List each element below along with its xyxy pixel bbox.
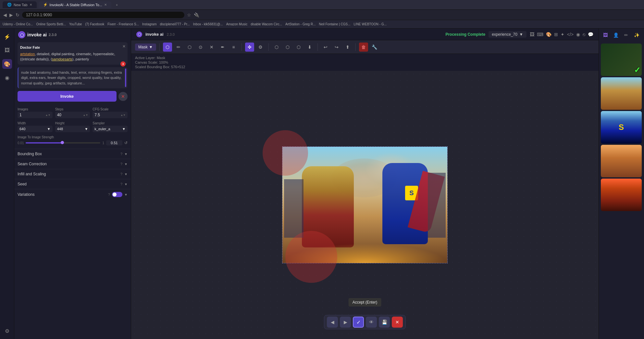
bookmark-facebook[interactable]: (7) Facebook xyxy=(85,22,104,26)
top-github-icon[interactable]: ⎋ xyxy=(583,32,585,37)
top-grid-icon[interactable]: ⊞ xyxy=(554,32,558,37)
images-input[interactable]: 1 ▲▼ xyxy=(18,112,53,118)
new-tab[interactable]: 🌐 New Tab ✕ xyxy=(3,1,37,8)
top-keyboard-icon[interactable]: ⌨ xyxy=(537,32,543,37)
right-person-icon[interactable]: 👤 xyxy=(611,31,620,40)
connect-toolbar-btn[interactable]: ⬡ xyxy=(163,43,172,52)
seam-help-icon[interactable]: ? xyxy=(120,162,122,166)
variations-help-icon[interactable]: ? xyxy=(108,193,110,196)
cancel-action-btn[interactable]: ✕ xyxy=(392,317,403,328)
top-chat-icon[interactable]: 💬 xyxy=(588,32,593,37)
bookmark-amazon[interactable]: Amazon Music xyxy=(226,22,248,26)
invoke-tab[interactable]: ⚡ InvokeAI - A Stable Diffusion To... ✕ xyxy=(39,1,111,8)
canvas-viewport[interactable]: S Accept (Enter) ◀ ▶ ✓ 👁 xyxy=(131,71,599,339)
move-toolbar-btn[interactable]: ✜ xyxy=(245,43,254,52)
thumbnail-1[interactable]: ✓ xyxy=(601,44,642,76)
refresh-btn[interactable]: ↻ xyxy=(16,12,19,18)
seam-correction-header[interactable]: Seam Correction ? ▼ xyxy=(14,159,131,169)
redo-toolbar-btn[interactable]: ↪ xyxy=(332,43,341,52)
bookmark-youtube[interactable]: YouTube xyxy=(69,22,82,26)
bounding-box-header[interactable]: Bounding Box ? ▼ xyxy=(14,149,131,159)
forward-btn[interactable]: ▶ xyxy=(9,12,13,18)
thumbnail-2[interactable] xyxy=(601,77,642,110)
thumbnail-4[interactable] xyxy=(601,145,642,177)
bookmark-fiverr[interactable]: Fiverr - Freelance S... xyxy=(107,22,139,26)
bookmark-sports[interactable]: Online Sports Betti... xyxy=(36,22,66,26)
settings-sidebar-icon[interactable]: ⚙ xyxy=(2,326,12,336)
list-toolbar-btn[interactable]: ≡ xyxy=(229,43,238,52)
gallery-icon[interactable]: 🖼 xyxy=(2,45,12,55)
generate-icon[interactable]: ⚡ xyxy=(2,32,12,42)
invoke-button[interactable]: Invoke xyxy=(18,91,117,102)
download-toolbar-btn[interactable]: ⬇ xyxy=(305,43,314,52)
bookmark-btn[interactable]: ☆ xyxy=(187,12,191,18)
infill-header[interactable]: Infill and Scaling ? ▼ xyxy=(14,169,131,179)
model-dropdown[interactable]: experience_70 ▼ xyxy=(489,31,526,38)
invoke-tab-close[interactable]: ✕ xyxy=(104,3,107,6)
nodes-icon[interactable]: ◉ xyxy=(2,73,12,82)
thumbnail-5[interactable] xyxy=(601,179,642,211)
bounding-box-help-icon[interactable]: ? xyxy=(120,152,122,156)
bookmark-instagram[interactable]: Instagram xyxy=(142,22,156,26)
negative-prompt-text[interactable]: nude bad anatomy, bad hands, text, error… xyxy=(21,70,125,86)
bookmark-wacom[interactable]: disable Wacom Circ... xyxy=(251,22,282,26)
frame-toolbar-btn[interactable]: ⬡ xyxy=(283,43,292,52)
trash-toolbar-btn[interactable]: 🗑 xyxy=(359,43,368,52)
infill-help-icon[interactable]: ? xyxy=(120,172,122,176)
seed-header[interactable]: Seed ? ▼ xyxy=(14,179,131,189)
layers-toolbar-btn[interactable]: ⬡ xyxy=(272,43,281,52)
prev-action-btn[interactable]: ◀ xyxy=(327,317,338,328)
img2img-refresh-icon[interactable]: ↺ xyxy=(124,141,128,145)
top-discord-icon[interactable]: ◉ xyxy=(576,32,580,37)
top-code-icon[interactable]: </> xyxy=(567,32,574,37)
bookmark-inbox[interactable]: Inbox - klk56831@... xyxy=(193,22,223,26)
next-action-btn[interactable]: ▶ xyxy=(340,317,351,328)
close-toolbar-btn[interactable]: ✕ xyxy=(207,43,216,52)
cfg-input[interactable]: 7.5 ▲▼ xyxy=(93,112,128,118)
steps-input[interactable]: 40 ▲▼ xyxy=(55,112,90,118)
settings2-toolbar-btn[interactable]: ⚙ xyxy=(256,43,265,52)
variations-toggle[interactable] xyxy=(112,192,122,197)
back-btn[interactable]: ◀ xyxy=(3,12,7,18)
pen-toolbar-btn[interactable]: ✒ xyxy=(218,43,227,52)
sampler-select[interactable]: k_euler_a ▼ xyxy=(93,126,128,132)
unified-canvas-icon[interactable]: 🎨 xyxy=(2,59,12,69)
extensions-btn[interactable]: 🔌 xyxy=(194,12,199,18)
width-select[interactable]: 640 ▼ xyxy=(18,126,53,132)
right-wand-icon[interactable]: ✨ xyxy=(632,31,641,40)
img2img-slider[interactable] xyxy=(26,142,100,144)
top-star-icon[interactable]: ✦ xyxy=(561,32,564,37)
right-edit-icon[interactable]: ✏ xyxy=(622,31,631,40)
select-toolbar-btn[interactable]: ⊙ xyxy=(196,43,205,52)
wrench-toolbar-btn[interactable]: 🔧 xyxy=(370,43,379,52)
bookmark-webtoon[interactable]: LINE WEBTOON - G... xyxy=(354,22,387,26)
bookmark-neil[interactable]: Neil Fontaine | CGS... xyxy=(319,22,350,26)
img2img-value[interactable]: 0.51 xyxy=(106,140,122,145)
accept-tooltip: Accept (Enter) xyxy=(349,298,381,307)
eye-action-btn[interactable]: 👁 xyxy=(366,317,377,328)
new-tab-btn[interactable]: + xyxy=(113,2,120,8)
brush-toolbar-btn[interactable]: ✏ xyxy=(174,43,183,52)
prompt-close-icon[interactable]: ✕ xyxy=(122,44,126,49)
upload-toolbar-btn[interactable]: ⬆ xyxy=(343,43,352,52)
positive-prompt-text[interactable]: artstation, detailed, digital painting, … xyxy=(20,51,125,62)
height-select[interactable]: 448 ▼ xyxy=(55,126,90,132)
accept-action-btn[interactable]: ✓ xyxy=(353,317,364,328)
url-bar[interactable]: 127.0.0.1:9090 xyxy=(22,12,184,18)
undo-toolbar-btn[interactable]: ↩ xyxy=(321,43,330,52)
new-tab-close[interactable]: ✕ xyxy=(30,3,32,6)
seed-help-icon[interactable]: ? xyxy=(120,182,122,186)
bookmark-disciple[interactable]: discipleneil777 - Pr... xyxy=(160,22,190,26)
thumbnail-3[interactable]: S xyxy=(601,111,642,144)
top-image-icon[interactable]: 🖼 xyxy=(530,32,534,37)
stack-toolbar-btn[interactable]: ⬡ xyxy=(294,43,303,52)
bookmark-udemy[interactable]: Udemy - Online Co... xyxy=(3,22,33,26)
neg-scrollbar[interactable] xyxy=(125,69,126,87)
bookmark-artstation[interactable]: ArtStation - Greg R... xyxy=(285,22,316,26)
save-action-btn[interactable]: 💾 xyxy=(379,317,390,328)
top-palette-icon[interactable]: 🎨 xyxy=(546,32,551,37)
right-image-icon[interactable]: 🖼 xyxy=(601,31,610,40)
mask-dropdown[interactable]: Mask ▼ xyxy=(135,44,156,51)
eraser-toolbar-btn[interactable]: ⬡ xyxy=(185,43,194,52)
invoke-cancel-button[interactable]: ✕ xyxy=(118,92,128,101)
